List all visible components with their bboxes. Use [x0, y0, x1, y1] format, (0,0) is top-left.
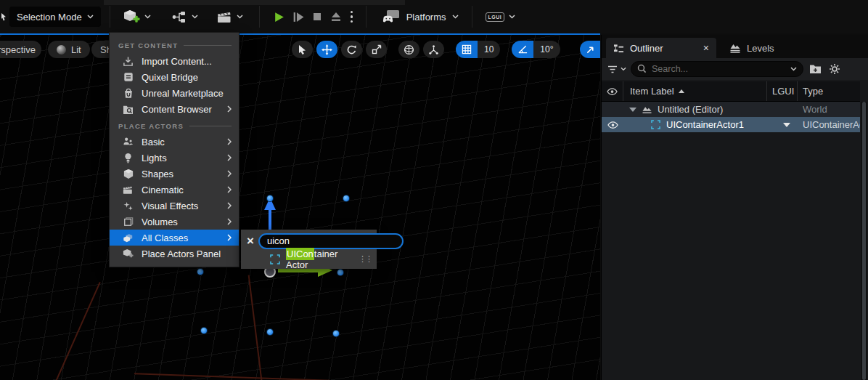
platforms-button[interactable]: Platforms [377, 6, 463, 28]
rotate-tool-button[interactable] [341, 41, 362, 58]
anchor-point[interactable] [201, 328, 207, 333]
lgui-column-header[interactable]: LGUI [767, 81, 798, 101]
menu-item-volumes[interactable]: Volumes [110, 214, 239, 230]
grid-snap-control: 10 [456, 41, 500, 58]
outliner-row-world[interactable]: Untitled (Editor) World [602, 102, 860, 117]
menu-item-all-classes[interactable]: All Classes [110, 230, 239, 246]
class-result-uicontainer-actor[interactable]: UIContainer Actor ⋮⋮ [241, 250, 377, 268]
quixel-bridge-icon [122, 72, 134, 82]
search-match-highlight: UICon [286, 248, 314, 260]
menu-section-header: GET CONTENT [110, 36, 239, 53]
select-tool-button[interactable] [292, 41, 313, 58]
ui-container-brackets-icon [651, 120, 660, 129]
add-content-menu: GET CONTENT Import Content... Quixel Bri… [109, 32, 239, 267]
menu-item-import-content[interactable]: Import Content... [110, 53, 239, 69]
sort-ascending-icon [679, 89, 684, 93]
menu-item-label: Content Browser [142, 104, 212, 115]
visibility-eye-icon[interactable] [607, 121, 618, 129]
visibility-column-header[interactable] [602, 81, 623, 101]
create-folder-button[interactable] [808, 62, 823, 76]
outliner-row-uicontaineractor1[interactable]: UIContainerActor1 UIContainerActor [602, 117, 860, 132]
grid-snap-toggle[interactable] [456, 41, 478, 58]
menu-item-label: Cinematic [142, 185, 184, 195]
menu-item-unreal-marketplace[interactable]: Unreal Marketplace [110, 85, 239, 101]
close-tab-icon[interactable]: × [703, 43, 709, 53]
menu-item-label: Visual Effects [142, 201, 198, 211]
frame-skip-button[interactable] [289, 7, 308, 26]
platforms-icon [381, 9, 401, 24]
cinematics-icon [217, 11, 232, 23]
lgui-menu-button[interactable]: LGUI [481, 6, 520, 28]
anchor-point[interactable] [197, 269, 203, 275]
submenu-chevron-icon [227, 154, 232, 161]
menu-item-shapes[interactable]: Shapes [110, 166, 239, 182]
tab-levels[interactable]: Levels [722, 38, 782, 58]
anchor-point[interactable] [267, 329, 273, 335]
type-column-header[interactable]: Type [798, 81, 860, 101]
scrollbar-thumb[interactable] [862, 102, 866, 380]
outliner-search [631, 61, 803, 77]
toolbar-separator [472, 6, 472, 28]
grid-icon [462, 44, 472, 54]
basic-icon [122, 137, 134, 147]
section-title: GET CONTENT [118, 41, 178, 49]
anchor-point[interactable] [337, 270, 343, 275]
menu-item-label: Basic [142, 137, 165, 147]
row-dropdown-icon[interactable] [783, 123, 790, 127]
menu-item-cinematic[interactable]: Cinematic [110, 182, 239, 198]
tab-outliner[interactable]: Outliner × [606, 38, 716, 58]
clear-search-button[interactable]: × [246, 235, 255, 247]
menu-item-lights[interactable]: Lights [110, 150, 239, 166]
move-icon [322, 44, 332, 55]
tab-strip-remnant [104, 0, 405, 5]
perspective-button[interactable]: Perspective [0, 41, 41, 58]
rotation-snap-toggle[interactable] [512, 41, 533, 58]
world-coordinate-button[interactable] [398, 41, 419, 58]
eject-button[interactable] [327, 7, 345, 26]
cinematics-button[interactable] [213, 6, 247, 28]
filter-button[interactable] [607, 65, 626, 73]
import-icon [122, 56, 134, 67]
lit-mode-button[interactable]: Lit [48, 41, 90, 58]
drag-handle-icon[interactable]: ⋮⋮ [359, 254, 372, 264]
play-button[interactable] [270, 7, 289, 26]
class-result-label: UIContainer Actor [286, 248, 353, 270]
level-viewport[interactable]: Perspective Lit Show [0, 35, 600, 380]
stop-icon [311, 11, 323, 23]
scale-snap-toggle[interactable] [580, 41, 600, 58]
menu-item-visual-effects[interactable]: Visual Effects [110, 198, 239, 214]
anchor-point[interactable] [267, 195, 273, 201]
collapse-arrow-icon[interactable] [629, 108, 636, 112]
menu-item-content-browser[interactable]: Content Browser [110, 101, 239, 117]
outliner-search-input[interactable] [631, 61, 803, 77]
play-options-kebab-button[interactable] [345, 7, 359, 26]
surface-snapping-button[interactable] [423, 41, 444, 58]
scale-tool-button[interactable] [366, 41, 387, 58]
menu-item-place-actors-panel[interactable]: Place Actors Panel [110, 246, 239, 262]
menu-item-quixel-bridge[interactable]: Quixel Bridge [110, 69, 239, 85]
add-content-button[interactable] [119, 6, 155, 28]
viewport-grid [0, 35, 600, 380]
volumes-icon [122, 217, 134, 227]
submenu-chevron-icon [227, 105, 232, 113]
rotate-icon [346, 44, 357, 55]
menu-item-basic[interactable]: Basic [110, 134, 239, 150]
outliner-column-header: Item Label LGUI Type [602, 81, 860, 102]
move-tool-button[interactable] [316, 41, 337, 58]
row-type: World [803, 104, 860, 115]
anchor-point[interactable] [333, 331, 339, 336]
chevron-down-icon[interactable] [790, 67, 797, 71]
rotation-snap-value[interactable]: 10° [533, 41, 560, 58]
scale-snap-control: 0.25 [580, 41, 600, 58]
outliner-scrollbar [861, 102, 867, 380]
settings-button[interactable] [827, 62, 842, 76]
anchor-point[interactable] [343, 195, 349, 201]
grid-snap-value[interactable]: 10 [478, 41, 500, 58]
blueprints-button[interactable] [167, 6, 202, 28]
stop-button[interactable] [308, 7, 327, 26]
selection-mode-button[interactable]: Selection Mode [9, 7, 101, 27]
column-title: LGUI [772, 86, 794, 97]
item-label-column-header[interactable]: Item Label [623, 81, 767, 101]
class-search-input[interactable] [258, 233, 404, 249]
row-label: UIContainerActor1 [666, 119, 744, 130]
